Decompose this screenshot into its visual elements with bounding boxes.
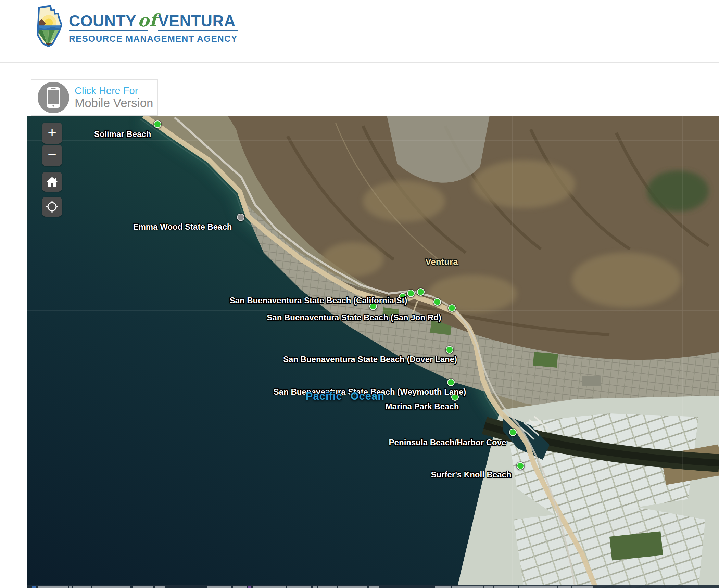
logo-title: COUNTYofVENTURA (69, 12, 236, 30)
map-label-beach: Peninsula Beach/Harbor Cove (389, 438, 506, 447)
satellite-basemap (27, 116, 719, 588)
plus-icon: + (48, 125, 56, 140)
county-of-ventura-logo[interactable]: COUNTYofVENTURA RESOURCE MANAGEMENT AGEN… (33, 5, 237, 48)
map-label-ocean: Pacific Ocean (306, 390, 384, 402)
map-label-beach: Solimar Beach (94, 129, 151, 139)
beach-marker[interactable] (417, 288, 425, 296)
mobile-button-line1: Click Here For (75, 86, 153, 97)
map-canvas[interactable]: Solimar BeachEmma Wood State BeachSan Bu… (27, 116, 719, 588)
beach-marker[interactable] (448, 304, 456, 312)
map-label-beach: San Buenaventura State Beach (California… (230, 296, 407, 305)
home-button[interactable] (42, 172, 62, 192)
beach-marker[interactable] (154, 120, 161, 128)
logo-rule (69, 30, 237, 31)
map-label-beach: San Buenaventura State Beach (Dover Lane… (283, 355, 457, 364)
beach-marker[interactable] (517, 462, 524, 470)
beach-marker[interactable] (237, 214, 244, 221)
page-header: COUNTYofVENTURA RESOURCE MANAGEMENT AGEN… (0, 0, 719, 63)
logo-subtitle: RESOURCE MANAGEMENT AGENCY (69, 34, 237, 44)
beach-marker[interactable] (509, 429, 517, 436)
map-label-beach: Marina Park Beach (386, 402, 459, 411)
map-attribution-bar (27, 585, 719, 588)
county-seal-icon (33, 5, 65, 48)
beach-marker[interactable] (446, 346, 453, 354)
map-label-beach: Emma Wood State Beach (133, 222, 232, 232)
locate-button[interactable] (42, 197, 62, 217)
map-label-beach: Surfer's Knoll Beach (431, 470, 511, 480)
crosshair-icon (46, 201, 58, 213)
home-icon (46, 176, 58, 187)
mobile-version-button[interactable]: Click Here For Mobile Version (31, 79, 158, 116)
beach-marker[interactable] (407, 290, 415, 297)
map-label-beach: San Buenaventura State Beach (San Jon Rd… (267, 313, 441, 322)
beach-marker[interactable] (447, 379, 455, 386)
beach-marker[interactable] (433, 298, 441, 306)
map-label-city: Ventura (425, 257, 458, 267)
minus-icon: − (48, 147, 56, 162)
mobile-button-line2: Mobile Version (75, 97, 153, 110)
smartphone-icon (38, 82, 69, 113)
zoom-out-button[interactable]: − (42, 145, 62, 166)
zoom-in-button[interactable]: + (42, 123, 62, 144)
